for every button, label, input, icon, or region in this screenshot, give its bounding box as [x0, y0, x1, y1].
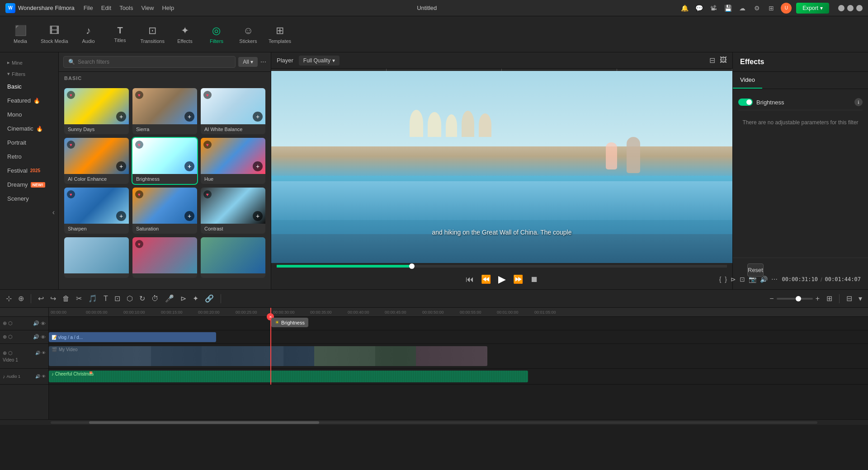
snapshot-ctrl-button[interactable]: 📷 [749, 276, 756, 283]
brightness-toggle[interactable] [738, 99, 753, 106]
timeline-progress-bar[interactable] [277, 265, 727, 268]
video-clip-main[interactable]: 🎬 My Video [49, 346, 487, 366]
contrast-heart[interactable]: ♥ [203, 190, 212, 198]
tool-titles[interactable]: T Titles [109, 25, 132, 43]
track1-eye-icon[interactable]: 👁 [41, 321, 46, 326]
ai-white-balance-add[interactable]: + [253, 112, 263, 122]
audio1-music-icon[interactable]: ♪ [3, 374, 5, 379]
audio1-speaker-icon[interactable]: 🔊 [35, 374, 40, 379]
tab-video[interactable]: Video [733, 72, 762, 89]
tool-stock-media[interactable]: 🎞 Stock Media [41, 25, 68, 44]
filter-dreamy-item[interactable]: Dreamy NEW! [0, 178, 58, 192]
tl-audio-detach[interactable]: 🎵 [87, 293, 99, 304]
screen-record-icon[interactable]: 📽 [708, 3, 718, 13]
scroll-track[interactable] [51, 421, 817, 424]
video1-eye-icon[interactable]: 👁 [42, 351, 46, 355]
hue-add[interactable]: + [253, 161, 263, 171]
timeline-progress-handle[interactable] [409, 263, 415, 269]
tl-composite-tool[interactable]: ⬡ [125, 293, 134, 304]
tool-filters[interactable]: ◎ Filters [205, 25, 228, 44]
split-view-icon[interactable]: ⊟ [709, 56, 715, 65]
filter-cinematic-item[interactable]: Cinematic 🔥 [0, 122, 58, 136]
filter-search-input[interactable] [78, 59, 231, 65]
snapshot-icon[interactable]: 🖼 [720, 56, 727, 65]
track1-chain-icon[interactable]: ⬡ [8, 320, 13, 326]
audio-ctrl-button[interactable]: 🔊 [760, 276, 768, 283]
video1-speaker-icon[interactable]: 🔊 [35, 351, 40, 355]
track2-chain-icon[interactable]: ⬡ [8, 334, 13, 340]
tool-media[interactable]: ⬛ Media [9, 25, 32, 44]
track1-speaker-icon[interactable]: 🔊 [33, 320, 39, 326]
sharpen-add[interactable]: + [116, 211, 126, 221]
tl-ai-tool[interactable]: ✦ [191, 293, 200, 304]
minimize-button[interactable] [838, 5, 844, 11]
hue-heart[interactable]: ♥ [203, 141, 212, 149]
filter-card-sunny-days[interactable]: ♥ + Sunny Days [64, 88, 129, 134]
filter-mono-item[interactable]: Mono [0, 108, 58, 122]
step-forward-button[interactable]: ⏩ [513, 274, 523, 284]
sierra-heart[interactable]: ♥ [135, 91, 143, 99]
timeline-scrollbar[interactable] [0, 419, 868, 425]
tl-transition-tool[interactable]: ⊳ [179, 293, 188, 304]
tl-ripple-tool[interactable]: ⊕ [17, 293, 25, 304]
maximize-button[interactable] [847, 5, 854, 11]
tl-layout-button[interactable]: ⊟ [845, 293, 854, 304]
tl-zoom-out[interactable]: − [769, 295, 774, 303]
play-button[interactable]: ▶ [498, 273, 506, 285]
ai-color-enhance-heart[interactable]: ♥ [67, 141, 75, 149]
brightness-info-icon[interactable]: ℹ [854, 98, 863, 106]
title-clip[interactable]: 📝 vlog / a / d... [49, 332, 216, 342]
filter-card-hue[interactable]: ♥ + Hue [201, 138, 265, 184]
chat-icon[interactable]: 💬 [694, 3, 704, 13]
tl-zoom-handle[interactable] [796, 296, 801, 301]
tl-speed-tool[interactable]: ⏱ [150, 293, 160, 304]
all-filter-button[interactable]: All ▾ [238, 57, 257, 67]
menu-file[interactable]: File [84, 5, 93, 11]
quality-button[interactable]: Full Quality ▾ [299, 56, 340, 66]
extra2-heart[interactable]: ♥ [135, 240, 143, 248]
tl-redo-button[interactable]: ↪ [49, 293, 57, 304]
mark-in-button[interactable]: { [719, 276, 722, 283]
filter-featured-item[interactable]: Featured 🔥 [0, 94, 58, 108]
tool-transitions[interactable]: ⊡ Transitions [141, 25, 165, 44]
track2-speaker-icon[interactable]: 🔊 [33, 334, 39, 340]
track2-eye-icon[interactable]: 👁 [41, 334, 46, 340]
filter-basic-item[interactable]: Basic [0, 80, 58, 94]
tl-text-tool[interactable]: T [102, 293, 109, 304]
mine-section-header[interactable]: ▸ Mine [0, 57, 58, 68]
tool-templates[interactable]: ⊞ Templates [269, 25, 291, 44]
brightness-add[interactable]: + [184, 161, 194, 171]
menu-help[interactable]: Help [162, 5, 174, 11]
track1-add-icon[interactable]: ⊕ [3, 320, 7, 326]
audio-clip-main[interactable]: ♪ Cheerful Christmas [49, 371, 528, 382]
saturation-heart[interactable]: ♥ [135, 190, 143, 198]
step-back-button[interactable]: ⏪ [481, 274, 491, 284]
filter-card-ai-white-balance[interactable]: ♥ + AI White Balance [201, 88, 265, 134]
filter-card-brightness[interactable]: ♥ + Brightness [132, 138, 197, 184]
filter-card-ai-color-enhance[interactable]: ♥ + AI Color Enhance [64, 138, 129, 184]
filter-portrait-item[interactable]: Portrait [0, 136, 58, 150]
tl-delete-button[interactable]: 🗑 [61, 293, 71, 304]
tl-undo-button[interactable]: ↩ [37, 293, 45, 304]
settings-icon[interactable]: ⚙ [752, 3, 762, 13]
tl-cut-button[interactable]: ✂ [75, 293, 83, 304]
filter-scenery-item[interactable]: Scenery [0, 192, 58, 206]
timeline-scrollable[interactable]: 00:00:00 00:00:05:00 00:00:10:00 00:00:1… [49, 308, 868, 419]
save-icon[interactable]: 💾 [723, 3, 733, 13]
tl-zoom-in[interactable]: + [816, 295, 820, 303]
sharpen-heart[interactable]: ♥ [67, 190, 75, 198]
filter-card-extra1[interactable] [64, 237, 129, 278]
saturation-add[interactable]: + [184, 211, 194, 221]
scroll-handle[interactable] [89, 421, 319, 424]
audio1-eye-icon[interactable]: 👁 [42, 374, 46, 379]
user-avatar[interactable]: U [781, 3, 792, 14]
filter-card-sharpen[interactable]: ♥ + Sharpen [64, 188, 129, 234]
sunny-days-heart[interactable]: ♥ [67, 91, 75, 99]
tl-more-button[interactable]: ▾ [857, 293, 863, 304]
grid-icon[interactable]: ⊞ [766, 3, 776, 13]
tool-audio[interactable]: ♪ Audio [77, 25, 100, 44]
filter-retro-item[interactable]: Retro [0, 150, 58, 164]
menu-edit[interactable]: Edit [101, 5, 111, 11]
tool-effects[interactable]: ✦ Effects [174, 25, 196, 44]
video1-add-icon[interactable]: ⊕ [3, 350, 7, 356]
